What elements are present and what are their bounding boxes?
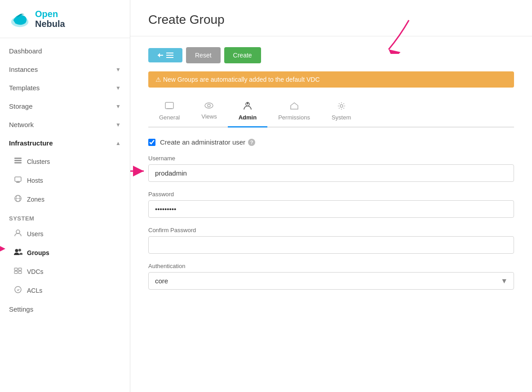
main-header: Create Group bbox=[130, 0, 532, 36]
sidebar-sub-acls[interactable]: ACLs bbox=[0, 281, 130, 300]
clusters-icon bbox=[13, 157, 22, 167]
authentication-group: Authentication core ldap x509 ▼ bbox=[148, 263, 514, 290]
svg-rect-5 bbox=[16, 182, 20, 183]
admin-form: Create an administrator user ? Username … bbox=[148, 138, 514, 290]
tab-general[interactable]: General bbox=[148, 97, 191, 128]
zones-icon bbox=[13, 194, 22, 204]
hosts-icon bbox=[13, 176, 22, 185]
system-tab-icon bbox=[337, 102, 346, 112]
svg-rect-1 bbox=[14, 158, 22, 159]
general-tab-icon bbox=[165, 102, 174, 112]
admin-tab-icon bbox=[243, 102, 252, 112]
tab-system[interactable]: System bbox=[321, 97, 362, 128]
svg-point-27 bbox=[208, 104, 210, 107]
create-admin-checkbox[interactable] bbox=[148, 139, 155, 146]
logo-text: Open Nebula bbox=[35, 9, 65, 29]
svg-point-17 bbox=[15, 286, 21, 293]
svg-rect-19 bbox=[158, 55, 163, 56]
svg-rect-4 bbox=[15, 177, 21, 181]
svg-point-30 bbox=[340, 105, 343, 107]
svg-rect-24 bbox=[165, 102, 173, 109]
storage-arrow bbox=[115, 103, 121, 110]
reset-button[interactable]: Reset bbox=[186, 47, 221, 63]
list-icon bbox=[166, 53, 173, 58]
sidebar-sub-clusters[interactable]: Clusters bbox=[0, 152, 130, 171]
create-admin-check: Create an administrator user ? bbox=[148, 138, 514, 146]
svg-rect-3 bbox=[14, 162, 22, 163]
main-form-area: Reset Create ⚠ New Groups are automatica… bbox=[130, 36, 532, 309]
svg-rect-14 bbox=[18, 268, 22, 270]
vdcs-icon bbox=[13, 267, 22, 277]
sidebar-item-storage[interactable]: Storage bbox=[0, 97, 130, 115]
tab-permissions[interactable]: Permissions bbox=[267, 97, 321, 128]
sidebar: Open Nebula Dashboard Instances Template… bbox=[0, 0, 130, 392]
network-arrow bbox=[115, 122, 121, 128]
templates-arrow bbox=[115, 85, 121, 91]
sidebar-item-templates[interactable]: Templates bbox=[0, 79, 130, 97]
page-title: Create Group bbox=[148, 13, 514, 27]
sidebar-sub-zones[interactable]: Zones bbox=[0, 190, 130, 209]
confirm-password-label: Confirm Password bbox=[148, 227, 514, 233]
create-button[interactable]: Create bbox=[224, 47, 261, 63]
sidebar-sub-groups[interactable]: Groups bbox=[0, 243, 130, 262]
svg-point-26 bbox=[205, 103, 213, 108]
views-tab-icon bbox=[204, 102, 213, 111]
svg-rect-20 bbox=[166, 53, 173, 53]
back-icon bbox=[157, 53, 164, 58]
tab-admin[interactable]: Admin bbox=[228, 97, 267, 128]
users-icon bbox=[13, 229, 22, 239]
tab-views[interactable]: Views bbox=[191, 97, 227, 128]
sidebar-item-settings[interactable]: Settings bbox=[0, 300, 130, 318]
svg-rect-25 bbox=[167, 108, 172, 109]
username-group: Username bbox=[148, 155, 514, 182]
infrastructure-arrow bbox=[115, 140, 121, 146]
acls-icon bbox=[13, 286, 22, 295]
opennebula-logo-icon bbox=[9, 8, 31, 30]
tabs-container: General Views Admin Permissions bbox=[148, 97, 514, 128]
svg-rect-22 bbox=[166, 57, 173, 58]
confirm-password-input[interactable] bbox=[148, 236, 514, 254]
svg-rect-21 bbox=[166, 55, 173, 56]
main-content-area: Create Group Reset Create ⚠ New Groups a… bbox=[130, 0, 532, 392]
authentication-select[interactable]: core ldap x509 bbox=[148, 272, 514, 290]
sidebar-item-network[interactable]: Network bbox=[0, 115, 130, 134]
groups-icon bbox=[13, 248, 22, 258]
authentication-label: Authentication bbox=[148, 263, 514, 269]
svg-rect-13 bbox=[14, 268, 18, 270]
sidebar-item-instances[interactable]: Instances bbox=[0, 60, 130, 79]
password-label: Password bbox=[148, 191, 514, 198]
help-icon[interactable]: ? bbox=[248, 139, 255, 146]
sidebar-sub-vdcs[interactable]: VDCs bbox=[0, 262, 130, 281]
permissions-tab-icon bbox=[290, 102, 299, 112]
create-admin-label: Create an administrator user ? bbox=[160, 138, 255, 146]
back-button[interactable] bbox=[148, 48, 182, 62]
toolbar: Reset Create bbox=[148, 47, 514, 63]
username-input-wrapper bbox=[148, 164, 514, 182]
sidebar-nav: Dashboard Instances Templates Storage Ne… bbox=[0, 38, 130, 322]
svg-point-10 bbox=[15, 249, 18, 252]
instances-arrow bbox=[115, 66, 121, 73]
svg-point-11 bbox=[18, 249, 21, 251]
password-group: Password bbox=[148, 191, 514, 218]
system-section-title: System bbox=[0, 209, 130, 225]
sidebar-item-dashboard[interactable]: Dashboard bbox=[0, 42, 130, 60]
sidebar-item-infrastructure[interactable]: Infrastructure bbox=[0, 134, 130, 152]
logo: Open Nebula bbox=[0, 0, 130, 38]
svg-point-9 bbox=[16, 230, 20, 233]
username-input[interactable] bbox=[148, 164, 514, 182]
password-input[interactable] bbox=[148, 200, 514, 218]
svg-rect-2 bbox=[14, 160, 22, 161]
username-label: Username bbox=[148, 155, 514, 162]
authentication-select-wrapper: core ldap x509 ▼ bbox=[148, 272, 514, 290]
svg-rect-15 bbox=[14, 271, 18, 273]
svg-rect-16 bbox=[18, 271, 22, 273]
sidebar-sub-users[interactable]: Users bbox=[0, 225, 130, 243]
vdc-alert: ⚠ New Groups are automatically added to … bbox=[148, 71, 514, 88]
confirm-password-group: Confirm Password bbox=[148, 227, 514, 254]
sidebar-sub-hosts[interactable]: Hosts bbox=[0, 171, 130, 190]
